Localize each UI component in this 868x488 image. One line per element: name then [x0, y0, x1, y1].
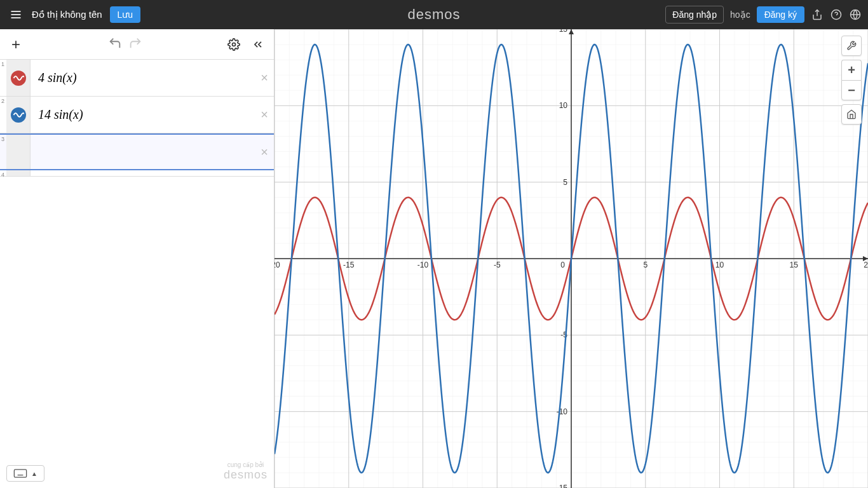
- zoom-in-button[interactable]: +: [841, 60, 862, 80]
- graph-controls: + −: [841, 36, 862, 125]
- expression-row[interactable]: 3 ×: [0, 133, 274, 170]
- svg-text:-10: -10: [557, 407, 568, 416]
- expression-toolbar: +: [0, 29, 274, 60]
- keyboard-toggle-button[interactable]: ▲: [6, 465, 44, 482]
- wave-icon: [11, 107, 26, 123]
- signup-button[interactable]: Đăng ký: [757, 6, 804, 23]
- svg-text:-20: -20: [275, 261, 280, 269]
- wrench-button[interactable]: [841, 36, 862, 56]
- save-button[interactable]: Lưu: [110, 6, 141, 23]
- expression-row[interactable]: 4: [0, 170, 274, 177]
- signin-button[interactable]: Đăng nhập: [665, 6, 724, 24]
- graph-canvas[interactable]: -20-15-10-505101520-15-10-551015: [275, 29, 868, 488]
- sidebar-footer: ▲ cung cấp bởi desmos: [6, 461, 268, 482]
- svg-text:5: 5: [643, 261, 648, 269]
- powered-by: cung cấp bởi desmos: [224, 461, 268, 482]
- svg-rect-9: [14, 470, 26, 477]
- keyboard-icon: [13, 469, 27, 478]
- svg-text:-10: -10: [417, 261, 429, 269]
- expression-sidebar: + 1: [0, 29, 275, 488]
- settings-button[interactable]: [224, 35, 243, 54]
- language-icon[interactable]: [849, 8, 862, 21]
- svg-text:20: 20: [864, 261, 868, 269]
- graph-title[interactable]: Đồ thị không tên: [32, 9, 102, 20]
- expression-list: 1 4 sin(x) × 2 14 sin(x) ×: [0, 60, 274, 488]
- expression-formula[interactable]: 14 sin(x): [31, 107, 255, 122]
- or-text: hoặc: [730, 10, 750, 20]
- app-header: Đồ thị không tên Lưu desmos Đăng nhập ho…: [0, 0, 868, 29]
- powered-brand: desmos: [224, 468, 268, 482]
- main-content: + 1: [0, 29, 868, 488]
- graph-area[interactable]: -20-15-10-505101520-15-10-551015 + −: [275, 29, 868, 488]
- svg-text:5: 5: [563, 178, 567, 187]
- svg-text:15: 15: [559, 29, 568, 34]
- header-right: Đăng nhập hoặc Đăng ký: [665, 6, 862, 24]
- hamburger-icon: [10, 8, 22, 21]
- caret-up-icon: ▲: [31, 470, 37, 477]
- zoom-out-button[interactable]: −: [841, 80, 862, 100]
- undo-button[interactable]: [108, 36, 122, 53]
- add-expression-button[interactable]: +: [6, 35, 25, 54]
- expression-formula[interactable]: 4 sin(x): [31, 71, 255, 85]
- expression-index: 1: [0, 60, 6, 69]
- share-icon[interactable]: [811, 8, 824, 21]
- svg-marker-106: [569, 29, 574, 34]
- svg-text:-15: -15: [557, 484, 568, 488]
- expression-index: 3: [0, 135, 6, 144]
- svg-text:10: 10: [715, 261, 724, 269]
- svg-text:0: 0: [560, 261, 565, 269]
- expression-row[interactable]: 1 4 sin(x) ×: [0, 60, 274, 97]
- expression-tab[interactable]: [6, 170, 31, 176]
- expression-tab[interactable]: [6, 135, 31, 169]
- svg-text:15: 15: [790, 261, 799, 269]
- delete-expression-button[interactable]: ×: [255, 107, 274, 122]
- expression-index: 4: [0, 170, 6, 179]
- svg-text:-5: -5: [494, 261, 501, 269]
- expression-tab[interactable]: [6, 97, 31, 133]
- delete-expression-button[interactable]: ×: [255, 145, 274, 159]
- powered-label: cung cấp bởi: [224, 461, 268, 468]
- collapse-sidebar-button[interactable]: [248, 35, 268, 54]
- expression-tab[interactable]: [6, 60, 31, 96]
- svg-point-8: [233, 43, 236, 46]
- svg-text:-15: -15: [343, 261, 355, 269]
- home-button[interactable]: [841, 104, 862, 125]
- redo-button[interactable]: [128, 36, 142, 53]
- menu-button[interactable]: [6, 5, 25, 24]
- expression-index: 2: [0, 97, 6, 105]
- svg-text:10: 10: [559, 101, 568, 110]
- expression-row[interactable]: 2 14 sin(x) ×: [0, 97, 274, 133]
- delete-expression-button[interactable]: ×: [255, 71, 274, 85]
- desmos-logo: desmos: [407, 6, 460, 23]
- wave-icon: [11, 71, 26, 86]
- help-icon[interactable]: [830, 8, 843, 21]
